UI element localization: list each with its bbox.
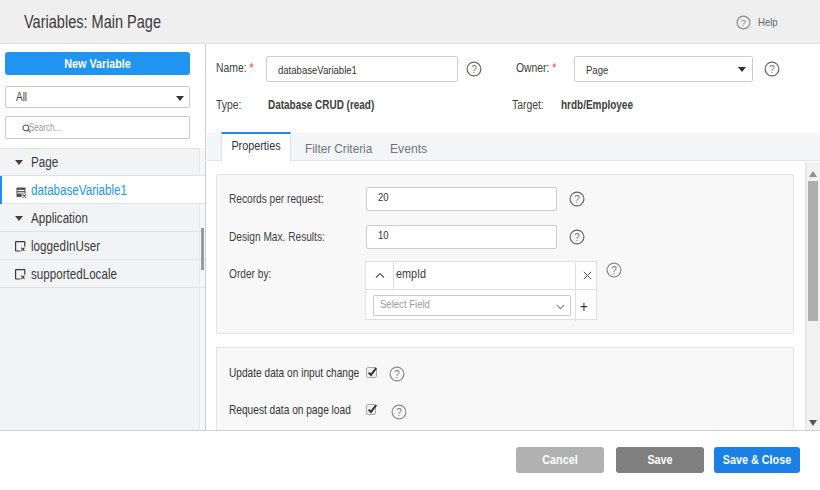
svg-text:?: ? [394,368,400,379]
svg-text:?: ? [574,193,580,204]
svg-text:?: ? [769,64,775,75]
svg-text:?: ? [471,64,477,75]
svg-text:?: ? [611,265,617,276]
svg-text:?: ? [740,17,745,28]
svg-text:?: ? [396,406,402,417]
svg-text:?: ? [574,231,580,242]
